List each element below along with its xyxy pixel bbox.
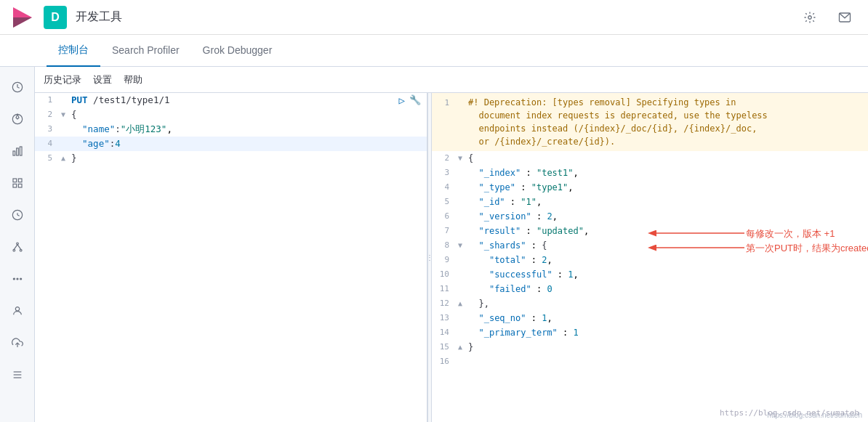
subtoolbar-history[interactable]: 历史记录: [44, 73, 81, 86]
svg-point-19: [20, 249, 22, 251]
sidebar-icon-chart[interactable]: [3, 137, 32, 166]
run-button[interactable]: ▷: [399, 93, 405, 107]
tab-console[interactable]: 控制台: [47, 35, 100, 67]
sub-toolbar: 历史记录 设置 帮助: [35, 67, 868, 93]
svg-point-2: [808, 15, 812, 19]
tabs-row: 控制台 Search Profiler Grok Debugger: [0, 35, 868, 67]
subtoolbar-help[interactable]: 帮助: [124, 73, 142, 86]
output-line-15: 15 ▲ }: [432, 340, 868, 354]
output-line-16: 16: [432, 354, 868, 369]
svg-rect-12: [13, 184, 17, 187]
output-line-4: 4 "_type" : "type1",: [432, 180, 868, 195]
output-line-5: 5 "_id" : "1",: [432, 195, 868, 209]
app-title: 开发工具: [76, 9, 798, 25]
svg-rect-11: [18, 179, 22, 182]
output-line-14: 14 "_primary_term" : 1: [432, 325, 868, 340]
sidebar: [0, 67, 35, 422]
svg-marker-6: [16, 114, 19, 119]
tab-grok-debugger[interactable]: Grok Debugger: [191, 35, 284, 67]
editor-line-3: 3 "name":"小明123",: [35, 122, 427, 137]
right-pane: 1 #! Deprecation: [types removal] Specif…: [432, 93, 868, 422]
sidebar-icon-person[interactable]: [3, 296, 32, 325]
sidebar-icon-grid[interactable]: [3, 169, 32, 198]
svg-rect-10: [13, 179, 17, 182]
kibana-logo: [12, 6, 35, 29]
left-pane: 1 PUT /test1/type1/1 ▷ 🔧 2 ▼: [35, 93, 427, 422]
sidebar-icon-settings2[interactable]: [3, 360, 32, 389]
subtoolbar-settings[interactable]: 设置: [93, 73, 112, 86]
svg-point-22: [13, 278, 15, 280]
svg-point-18: [13, 249, 15, 251]
svg-point-24: [20, 278, 21, 280]
svg-marker-1: [13, 17, 32, 28]
output-line-6: 6 "_version" : 2,: [432, 209, 868, 224]
left-code-area[interactable]: 1 PUT /test1/type1/1 ▷ 🔧 2 ▼: [35, 93, 427, 422]
svg-rect-9: [20, 147, 22, 155]
warning-block: 1 #! Deprecation: [types removal] Specif…: [432, 93, 868, 151]
mail-icon-btn[interactable]: [833, 6, 856, 29]
output-line-7: 7 "result" : "updated",: [432, 224, 868, 238]
svg-line-16: [17, 215, 20, 216]
svg-rect-13: [18, 184, 22, 187]
settings-icon-btn[interactable]: [798, 6, 821, 29]
sidebar-icon-dots[interactable]: [3, 264, 32, 293]
sidebar-icon-stats[interactable]: [3, 200, 32, 230]
main-layout: 历史记录 设置 帮助 1 PUT /test1/type1/1 ▷: [0, 67, 868, 422]
output-line-10: 10 "successful" : 1,: [432, 267, 868, 282]
sidebar-icon-compass[interactable]: [3, 105, 32, 134]
top-bar: D 开发工具: [0, 0, 868, 35]
right-editor: 1 #! Deprecation: [types removal] Specif…: [432, 93, 868, 422]
svg-line-20: [14, 245, 17, 250]
output-line-11: 11 "failed" : 0: [432, 282, 868, 296]
sidebar-icon-upload[interactable]: [3, 328, 32, 357]
editor-area: 1 PUT /test1/type1/1 ▷ 🔧 2 ▼: [35, 93, 868, 422]
output-line-13: 13 "_seq_no" : 1,: [432, 311, 868, 325]
svg-rect-7: [13, 151, 15, 155]
editor-line-1: 1 PUT /test1/type1/1 ▷ 🔧: [35, 93, 427, 107]
editor-line-2: 2 ▼ {: [35, 107, 427, 122]
output-line-8: 8 ▼ "_shards" : {: [432, 238, 868, 253]
output-line-3: 3 "_index" : "test1",: [432, 166, 868, 180]
output-line-9: 9 "total" : 2,: [432, 253, 868, 267]
output-line-2: 2 ▼ {: [432, 151, 868, 166]
sidebar-icon-network[interactable]: [3, 232, 32, 261]
user-avatar[interactable]: D: [44, 6, 67, 29]
svg-point-23: [17, 278, 18, 280]
svg-line-21: [17, 245, 21, 250]
svg-point-17: [16, 243, 18, 245]
editor-line-5: 5 ▲ }: [35, 151, 427, 166]
output-line-12: 12 ▲ },: [432, 296, 868, 311]
tab-search-profiler[interactable]: Search Profiler: [100, 35, 191, 67]
sidebar-icon-clock[interactable]: [3, 73, 32, 102]
svg-point-25: [15, 307, 19, 311]
left-editor[interactable]: 1 PUT /test1/type1/1 ▷ 🔧 2 ▼: [35, 93, 427, 166]
content-area: 历史记录 设置 帮助 1 PUT /test1/type1/1 ▷: [35, 67, 868, 422]
footer-link: https://blog.csdn.net/sumateh: [720, 408, 859, 418]
top-icons: [798, 6, 856, 29]
tools-icon[interactable]: 🔧: [409, 93, 421, 107]
editor-line-4: 4 "age":4: [35, 137, 427, 151]
svg-rect-8: [16, 148, 18, 155]
